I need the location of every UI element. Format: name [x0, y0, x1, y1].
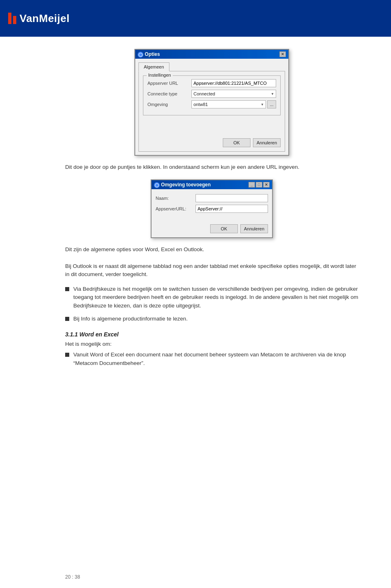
page-number: 20 : 38 — [65, 574, 80, 580]
spacer2 — [156, 215, 268, 221]
opties-body: Algemeen Instellingen Appserver URL Conn… — [135, 59, 288, 155]
select-arrow: ▼ — [271, 92, 274, 96]
titlebar-icon: ◯ — [138, 52, 143, 57]
omgeving-buttons: OK Annuleren — [156, 224, 268, 233]
omgeving-ok-button[interactable]: OK — [210, 224, 238, 233]
omgeving-titlebar-icon: ◯ — [154, 182, 160, 188]
appserver-url-row-2: AppserverURL: — [156, 205, 268, 213]
bullet-text-1: Via Bedrijfskeuze is het mogelijk om te … — [73, 285, 358, 310]
bullet-item-2: Bij Info is algemene productinformatie t… — [65, 315, 358, 323]
section-bullet-list: Vanuit Word of Excel een document naar h… — [65, 351, 358, 367]
bullet-list: Via Bedrijfskeuze is het mogelijk om te … — [65, 285, 358, 323]
omgeving-dialog: ◯ Omgeving toevoegen _ □ ✕ Naam: App — [151, 179, 273, 238]
instellingen-group: Instellingen Appserver URL Connectie typ… — [143, 75, 281, 115]
omgeving-close-button[interactable]: ✕ — [263, 182, 270, 188]
omgeving-annuleren-button[interactable]: Annuleren — [240, 224, 268, 233]
bullet-icon-2 — [65, 317, 69, 321]
bullet-item-1: Via Bedrijfskeuze is het mogelijk om te … — [65, 285, 358, 310]
opties-buttons: OK Annuleren — [143, 138, 281, 147]
logo: VanMeijel — [8, 12, 70, 25]
omgeving-select[interactable]: ontw81 ▼ — [191, 100, 266, 108]
annuleren-button[interactable]: Annuleren — [253, 138, 281, 147]
section-bullet-item: Vanuit Word of Excel een document naar h… — [65, 351, 358, 367]
logo-bar-1 — [8, 13, 11, 24]
spacer — [143, 119, 281, 135]
omgeving-titlebar-controls[interactable]: _ □ ✕ — [248, 182, 270, 188]
appserver-url-input[interactable] — [191, 79, 276, 87]
naam-label: Naam: — [156, 196, 192, 201]
logo-bars — [8, 13, 16, 24]
naam-input[interactable] — [196, 194, 268, 202]
opties-dialog-wrapper: ◯ Opties ✕ Algemeen Instellingen — [65, 49, 358, 156]
section-bullet-icon — [65, 353, 69, 357]
naam-row: Naam: — [156, 194, 268, 202]
omgeving-title: Omgeving toevoegen — [161, 182, 211, 188]
connectie-type-row: Connectie type Connected ▼ — [147, 90, 276, 98]
connectie-type-value: Connected — [193, 91, 215, 96]
omgeving-dots-button[interactable]: ... — [267, 100, 276, 108]
omgeving-label: Omgeving — [147, 102, 188, 107]
tab-algemeen[interactable]: Algemeen — [138, 62, 169, 71]
ok-button[interactable]: OK — [223, 138, 250, 147]
logo-text: VanMeijel — [20, 12, 70, 25]
bullet-icon-1 — [65, 287, 69, 291]
omgeving-dialog-wrapper: ◯ Omgeving toevoegen _ □ ✕ Naam: App — [65, 179, 358, 238]
opties-titlebar: ◯ Opties ✕ — [135, 50, 288, 59]
connectie-type-select[interactable]: Connected ▼ — [191, 90, 276, 98]
omgeving-value: ontw81 — [193, 102, 208, 107]
appserver-url-row: Appserver URL — [147, 79, 276, 87]
omgeving-row: Omgeving ontw81 ▼ ... — [147, 100, 276, 108]
appserver-url-label-2: AppserverURL: — [156, 206, 192, 211]
omgeving-titlebar-left: ◯ Omgeving toevoegen — [154, 182, 211, 188]
tab-area: Algemeen — [138, 62, 285, 71]
omgeving-select-with-btn: ontw81 ▼ ... — [191, 100, 276, 108]
titlebar-left: ◯ Opties — [138, 51, 160, 57]
footer: 20 : 38 — [65, 574, 80, 580]
bullet-text-2: Bij Info is algemene productinformatie t… — [73, 315, 188, 323]
paragraph1: Bij Outlook is er naast dit algemene tab… — [65, 262, 358, 279]
logo-bar-2 — [13, 16, 16, 24]
caption2: Dit zijn de algemene opties voor Word, E… — [65, 245, 358, 254]
caption1: Dit doe je door op de puntjes te klikken… — [65, 163, 358, 171]
appserver-url-input-2[interactable] — [196, 205, 268, 213]
omgeving-max-button[interactable]: □ — [256, 182, 262, 188]
omgeving-titlebar: ◯ Omgeving toevoegen _ □ ✕ — [152, 180, 272, 189]
group-label: Instellingen — [147, 73, 173, 77]
appserver-url-label: Appserver URL — [147, 81, 188, 86]
main-content: ◯ Opties ✕ Algemeen Instellingen — [0, 37, 391, 390]
section-bullet-text: Vanuit Word of Excel een document naar h… — [73, 351, 358, 367]
opties-panel: Instellingen Appserver URL Connectie typ… — [138, 71, 285, 152]
omgeving-min-button[interactable]: _ — [248, 182, 255, 188]
section-sub: Het is mogelijk om: — [65, 340, 358, 348]
titlebar-controls[interactable]: ✕ — [279, 51, 286, 57]
connectie-type-label: Connectie type — [147, 91, 188, 96]
omgeving-arrow: ▼ — [261, 103, 264, 106]
opties-title: Opties — [145, 51, 160, 57]
opties-dialog: ◯ Opties ✕ Algemeen Instellingen — [134, 49, 289, 156]
header: VanMeijel — [0, 0, 391, 37]
omgeving-body: Naam: AppserverURL: OK Annuleren — [152, 189, 272, 237]
section-heading: 3.1.1 Word en Excel — [65, 331, 358, 338]
close-button[interactable]: ✕ — [279, 51, 286, 57]
